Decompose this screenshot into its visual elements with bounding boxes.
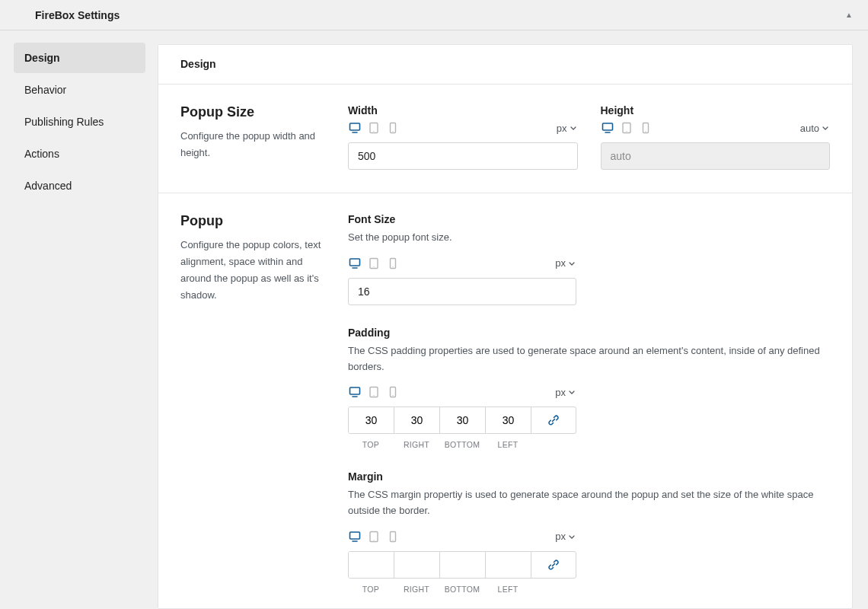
chevron-down-icon: [569, 123, 578, 132]
padding-desc: The CSS padding properties are used to g…: [348, 343, 830, 375]
sidebar-item-label: Design: [24, 52, 60, 64]
margin-unit-select[interactable]: px: [555, 531, 576, 542]
chevron-down-icon: [567, 387, 576, 397]
margin-link-toggle[interactable]: [531, 552, 576, 578]
height-input[interactable]: [601, 142, 831, 170]
desktop-icon[interactable]: [348, 121, 362, 135]
sidebar-item-label: Advanced: [24, 180, 72, 192]
margin-bottom-caption: BOTTOM: [439, 585, 485, 594]
section-popup-size: Popup Size Configure the popup width and…: [158, 84, 853, 193]
tablet-icon[interactable]: [367, 530, 381, 544]
sidebar-item-design[interactable]: Design: [14, 43, 145, 73]
collapse-caret-icon[interactable]: ▲: [845, 11, 853, 19]
margin-left-caption: LEFT: [485, 585, 531, 594]
unit-value: px: [555, 257, 566, 269]
padding-unit-select[interactable]: px: [555, 387, 576, 398]
height-unit-select[interactable]: auto: [800, 123, 830, 134]
desktop-icon[interactable]: [348, 530, 362, 544]
mobile-icon[interactable]: [386, 121, 400, 135]
height-label: Height: [601, 104, 831, 116]
unit-value: auto: [800, 123, 819, 134]
section-title: Popup: [180, 213, 333, 229]
mobile-icon[interactable]: [386, 257, 400, 270]
sidebar-item-advanced[interactable]: Advanced: [14, 171, 145, 201]
margin-top-input[interactable]: [349, 552, 394, 578]
tablet-icon[interactable]: [620, 121, 633, 135]
unit-value: px: [555, 531, 566, 542]
margin-top-caption: TOP: [348, 585, 394, 594]
font-size-label: Font Size: [348, 213, 576, 225]
mobile-icon[interactable]: [386, 385, 400, 399]
width-unit-select[interactable]: px: [557, 123, 578, 134]
unit-value: px: [555, 387, 566, 398]
sidebar-item-behavior[interactable]: Behavior: [14, 75, 145, 105]
chevron-down-icon: [567, 532, 576, 541]
section-desc: Configure the popup width and height.: [180, 128, 333, 161]
sidebar-item-label: Publishing Rules: [24, 116, 104, 128]
margin-left-input[interactable]: [486, 552, 531, 578]
margin-right-input[interactable]: [394, 552, 440, 578]
settings-sidebar: Design Behavior Publishing Rules Actions…: [0, 30, 158, 609]
chevron-down-icon: [821, 123, 830, 132]
desktop-icon[interactable]: [601, 121, 614, 135]
settings-topbar: FireBox Settings ▲: [0, 0, 868, 30]
sidebar-item-publishing-rules[interactable]: Publishing Rules: [14, 107, 145, 137]
desktop-icon[interactable]: [348, 385, 362, 399]
chevron-down-icon: [567, 259, 576, 268]
settings-title: FireBox Settings: [35, 9, 120, 21]
section-desc: Configure the popup colors, text alignme…: [180, 237, 333, 304]
tablet-icon[interactable]: [367, 121, 381, 135]
mobile-icon[interactable]: [386, 530, 400, 544]
padding-right-input[interactable]: [394, 407, 440, 433]
tablet-icon[interactable]: [367, 257, 381, 270]
font-size-input[interactable]: [348, 278, 576, 305]
width-input[interactable]: [348, 142, 578, 170]
padding-right-caption: RIGHT: [394, 440, 439, 449]
sidebar-item-actions[interactable]: Actions: [14, 139, 145, 169]
font-size-desc: Set the popup font size.: [348, 230, 576, 246]
section-popup: Popup Configure the popup colors, text a…: [158, 193, 853, 609]
mobile-icon[interactable]: [639, 121, 653, 135]
padding-top-input[interactable]: [349, 407, 394, 433]
sidebar-item-label: Behavior: [24, 84, 66, 96]
margin-desc: The CSS margin propertiy is used to gene…: [348, 487, 830, 519]
tablet-icon[interactable]: [367, 385, 381, 399]
padding-link-toggle[interactable]: [531, 407, 576, 433]
margin-label: Margin: [348, 470, 830, 483]
panel-heading: Design: [158, 44, 853, 84]
padding-top-caption: TOP: [348, 440, 394, 449]
padding-bottom-caption: BOTTOM: [439, 440, 485, 449]
settings-panel: Design Popup Size Configure the popup wi…: [158, 44, 853, 609]
padding-left-caption: LEFT: [485, 440, 531, 449]
width-label: Width: [348, 104, 578, 116]
desktop-icon[interactable]: [348, 257, 362, 270]
margin-bottom-input[interactable]: [440, 552, 486, 578]
margin-right-caption: RIGHT: [394, 585, 439, 594]
padding-label: Padding: [348, 327, 830, 339]
sidebar-item-label: Actions: [24, 148, 59, 160]
padding-left-input[interactable]: [486, 407, 531, 433]
unit-value: px: [557, 123, 567, 134]
padding-bottom-input[interactable]: [440, 407, 486, 433]
font-size-unit-select[interactable]: px: [555, 257, 576, 269]
section-title: Popup Size: [180, 104, 333, 120]
